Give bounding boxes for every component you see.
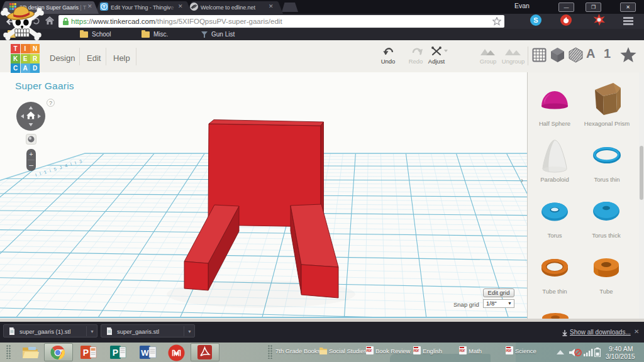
svg-text:S: S	[533, 16, 538, 24]
svg-text:P: P	[113, 348, 118, 358]
svg-text:W: W	[141, 348, 149, 358]
svg-text:P: P	[83, 348, 89, 358]
